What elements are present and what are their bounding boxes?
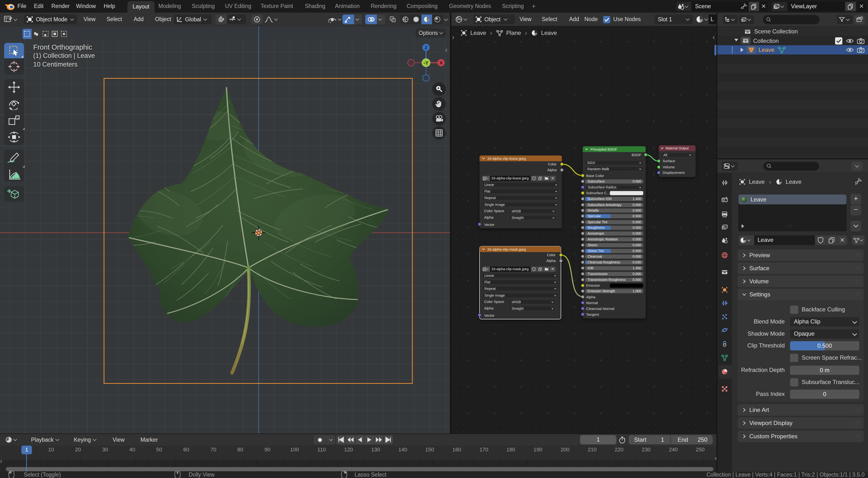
svg-text:Z: Z <box>425 45 428 50</box>
svg-text:X: X <box>440 60 443 65</box>
svg-text:-Y: -Y <box>424 60 429 66</box>
